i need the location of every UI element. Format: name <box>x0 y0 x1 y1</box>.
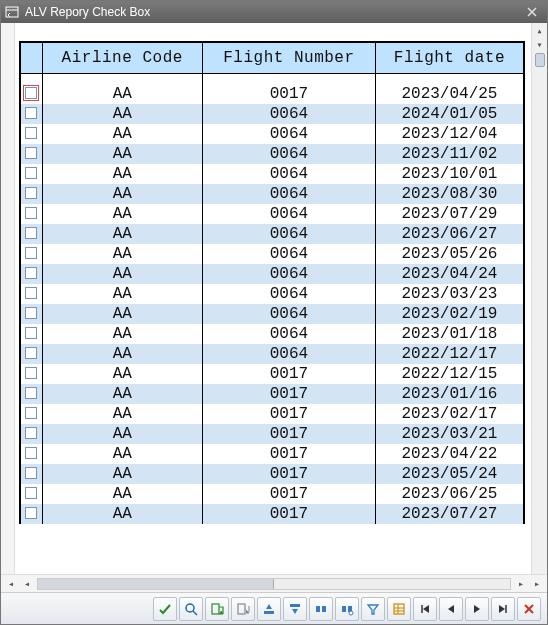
horizontal-scrollbar[interactable]: ◂ ◂ ▸ ▸ <box>1 574 547 592</box>
row-checkbox[interactable] <box>25 107 37 119</box>
cell-airline-code: AA <box>42 284 202 304</box>
row-checkbox[interactable] <box>25 327 37 339</box>
row-checkbox[interactable] <box>25 247 37 259</box>
table-row[interactable]: AA00642022/12/17 <box>20 344 524 364</box>
table-row[interactable]: AA00172023/04/25 <box>20 84 524 104</box>
row-checkbox-cell[interactable] <box>20 264 42 284</box>
cell-flight-number: 0064 <box>202 164 375 184</box>
table-row[interactable]: AA00642023/06/27 <box>20 224 524 244</box>
row-checkbox[interactable] <box>25 507 37 519</box>
row-checkbox-cell[interactable] <box>20 224 42 244</box>
row-checkbox-cell[interactable] <box>20 244 42 264</box>
row-checkbox[interactable] <box>25 87 37 99</box>
row-checkbox[interactable] <box>25 347 37 359</box>
close-button[interactable] <box>517 597 541 621</box>
table-row[interactable]: AA00642023/07/29 <box>20 204 524 224</box>
layout-button[interactable] <box>387 597 411 621</box>
row-checkbox[interactable] <box>25 467 37 479</box>
row-checkbox-cell[interactable] <box>20 424 42 444</box>
row-checkbox-cell[interactable] <box>20 104 42 124</box>
nav-prev-button[interactable] <box>439 597 463 621</box>
row-checkbox-cell[interactable] <box>20 344 42 364</box>
row-checkbox-cell[interactable] <box>20 124 42 144</box>
table-row[interactable]: AA00642023/04/24 <box>20 264 524 284</box>
table-row[interactable]: AA00642023/02/19 <box>20 304 524 324</box>
header-flight-number[interactable]: Flight Number <box>202 42 375 74</box>
row-checkbox[interactable] <box>25 127 37 139</box>
row-checkbox[interactable] <box>25 207 37 219</box>
row-checkbox-cell[interactable] <box>20 84 42 104</box>
row-checkbox[interactable] <box>25 227 37 239</box>
sort-asc-button[interactable] <box>257 597 281 621</box>
table-row[interactable]: AA00172023/02/17 <box>20 404 524 424</box>
row-checkbox[interactable] <box>25 447 37 459</box>
scroll-right-icon[interactable]: ▸ <box>515 578 527 590</box>
nav-next-button[interactable] <box>465 597 489 621</box>
row-checkbox[interactable] <box>25 147 37 159</box>
row-checkbox-cell[interactable] <box>20 164 42 184</box>
table-row[interactable]: AA00172023/07/27 <box>20 504 524 524</box>
close-window-button[interactable] <box>521 3 543 21</box>
row-checkbox[interactable] <box>25 267 37 279</box>
row-checkbox[interactable] <box>25 307 37 319</box>
row-checkbox[interactable] <box>25 387 37 399</box>
sort-desc-button[interactable] <box>283 597 307 621</box>
export-button[interactable] <box>205 597 229 621</box>
filter-button[interactable] <box>361 597 385 621</box>
row-checkbox-cell[interactable] <box>20 504 42 524</box>
cell-flight-date: 2023/05/26 <box>375 244 524 264</box>
row-checkbox-cell[interactable] <box>20 364 42 384</box>
table-row[interactable]: AA00172023/01/16 <box>20 384 524 404</box>
row-checkbox[interactable] <box>25 407 37 419</box>
row-checkbox[interactable] <box>25 187 37 199</box>
table-row[interactable]: AA00172023/03/21 <box>20 424 524 444</box>
table-row[interactable]: AA00642023/08/30 <box>20 184 524 204</box>
table-row[interactable]: AA00642023/11/02 <box>20 144 524 164</box>
row-checkbox[interactable] <box>25 287 37 299</box>
table-row[interactable]: AA00642023/12/04 <box>20 124 524 144</box>
search-button[interactable] <box>179 597 203 621</box>
row-checkbox-cell[interactable] <box>20 284 42 304</box>
table-row[interactable]: AA00642023/05/26 <box>20 244 524 264</box>
hscroll-track[interactable] <box>37 578 511 590</box>
scroll-down-icon[interactable]: ▾ <box>534 39 546 51</box>
table-row[interactable]: AA00642023/10/01 <box>20 164 524 184</box>
scroll-thumb[interactable] <box>535 53 545 67</box>
check-button[interactable] <box>153 597 177 621</box>
row-checkbox-cell[interactable] <box>20 484 42 504</box>
find-next-button[interactable] <box>335 597 359 621</box>
nav-last-button[interactable] <box>491 597 515 621</box>
table-row[interactable]: AA00642023/03/23 <box>20 284 524 304</box>
table-row[interactable]: AA00172022/12/15 <box>20 364 524 384</box>
header-airline-code[interactable]: Airline Code <box>42 42 202 74</box>
scroll-right-outer-icon[interactable]: ▸ <box>531 578 543 590</box>
table-row[interactable]: AA00642024/01/05 <box>20 104 524 124</box>
row-checkbox[interactable] <box>25 367 37 379</box>
row-checkbox-cell[interactable] <box>20 304 42 324</box>
find-button[interactable] <box>309 597 333 621</box>
nav-first-button[interactable] <box>413 597 437 621</box>
row-checkbox-cell[interactable] <box>20 384 42 404</box>
scroll-up-icon[interactable]: ▴ <box>534 25 546 37</box>
header-flight-date[interactable]: Flight date <box>375 42 524 74</box>
row-checkbox-cell[interactable] <box>20 464 42 484</box>
vertical-scrollbar[interactable]: ▴ ▾ <box>531 23 547 574</box>
row-checkbox[interactable] <box>25 487 37 499</box>
row-checkbox[interactable] <box>25 427 37 439</box>
row-checkbox-cell[interactable] <box>20 324 42 344</box>
export-local-button[interactable] <box>231 597 255 621</box>
table-row[interactable]: AA00642023/01/18 <box>20 324 524 344</box>
scroll-left-icon[interactable]: ◂ <box>21 578 33 590</box>
row-checkbox-cell[interactable] <box>20 184 42 204</box>
row-checkbox-cell[interactable] <box>20 444 42 464</box>
hscroll-thumb[interactable] <box>38 579 274 589</box>
table-row[interactable]: AA00172023/04/22 <box>20 444 524 464</box>
row-checkbox-cell[interactable] <box>20 144 42 164</box>
row-checkbox-cell[interactable] <box>20 204 42 224</box>
row-checkbox[interactable] <box>25 167 37 179</box>
scroll-left-outer-icon[interactable]: ◂ <box>5 578 17 590</box>
row-checkbox-cell[interactable] <box>20 404 42 424</box>
table-row[interactable]: AA00172023/06/25 <box>20 484 524 504</box>
cell-flight-number: 0064 <box>202 284 375 304</box>
table-row[interactable]: AA00172023/05/24 <box>20 464 524 484</box>
